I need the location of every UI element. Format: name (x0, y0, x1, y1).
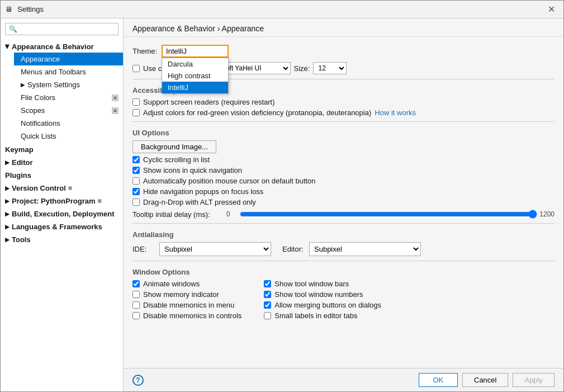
sidebar-item-menus-toolbars[interactable]: Menus and Toolbars (14, 65, 123, 78)
background-image-button[interactable]: Background Image... (132, 140, 216, 153)
tooltip-slider[interactable] (240, 210, 537, 219)
sidebar-item-file-colors[interactable]: File Colors ≡ (14, 91, 123, 104)
screen-reader-label[interactable]: Support screen readers (requires restart… (143, 98, 275, 106)
sidebar-group-label: Languages & Frameworks (12, 223, 102, 231)
disable-mnemonics-controls-label[interactable]: Disable mnemonics in controls (143, 311, 241, 320)
sidebar-group-label: Plugins (5, 171, 31, 180)
ide-aa-select[interactable]: Subpixel Greyscale None (159, 242, 271, 256)
animate-windows-label[interactable]: Animate windows (143, 280, 200, 288)
indicator-icon: ≡ (112, 95, 119, 101)
allow-merging-buttons-label[interactable]: Allow merging buttons on dialogs (274, 301, 381, 309)
show-tool-window-numbers-label[interactable]: Show tool window numbers (274, 290, 363, 299)
breadcrumb: Appearance & Behavior › Appearance (132, 24, 264, 33)
small-labels-row: Small labels in editor tabs (264, 311, 381, 320)
main-content: 🔍 ▶ Appearance & Behavior Appearance Men… (1, 18, 563, 391)
sidebar-group-keymap[interactable]: Keymap (1, 143, 123, 155)
how-it-works-link[interactable]: How it works (375, 108, 416, 117)
apply-button[interactable]: Apply (513, 373, 554, 387)
adjust-colors-label[interactable]: Adjust colors for red-green vision defic… (143, 108, 371, 117)
sidebar-group-appearance-behavior[interactable]: ▶ Appearance & Behavior (1, 40, 123, 53)
slider-max: 1200 (539, 210, 554, 218)
font-size-select[interactable]: 12 (313, 62, 347, 74)
main-panel: Appearance & Behavior › Appearance Theme… (124, 18, 563, 391)
sidebar-group-version-control[interactable]: ▶ Version Control ≡ (1, 181, 123, 194)
disable-mnemonics-controls-checkbox[interactable] (132, 312, 140, 319)
sidebar-item-appearance[interactable]: Appearance (14, 53, 123, 65)
use-custom-font-checkbox[interactable] (132, 65, 140, 72)
small-labels-checkbox[interactable] (264, 312, 271, 319)
chevron-icon: ▶ (5, 185, 10, 191)
animate-windows-checkbox[interactable] (132, 280, 140, 287)
show-tool-window-bars-label[interactable]: Show tool window bars (274, 280, 349, 288)
help-button[interactable]: ? (132, 375, 144, 386)
close-button[interactable]: ✕ (543, 2, 559, 17)
chevron-icon: ▶ (21, 82, 25, 88)
sidebar-group-editor[interactable]: ▶ Editor (1, 155, 123, 168)
tooltip-delay-label: Tooltip initial delay (ms): (132, 210, 222, 219)
sidebar-item-notifications[interactable]: Notifications (14, 117, 123, 130)
window-options-right: Show tool window bars Show tool window n… (264, 280, 381, 322)
drag-n-drop-checkbox[interactable] (132, 199, 140, 206)
cyclic-scrolling-label[interactable]: Cyclic scrolling in list (143, 155, 210, 164)
cyclic-scrolling-row: Cyclic scrolling in list (132, 155, 554, 164)
hide-nav-popups-label[interactable]: Hide navigation popups on focus loss (143, 187, 263, 196)
window-options-title: Window Options (132, 268, 554, 276)
adjust-colors-checkbox[interactable] (132, 109, 140, 116)
screen-reader-checkbox[interactable] (132, 98, 140, 106)
chevron-icon: ▶ (4, 45, 11, 49)
dropdown-option-intellij[interactable]: IntelliJ (162, 82, 228, 93)
slider-min: 0 (226, 210, 238, 218)
theme-dropdown-wrapper: Darcula High contrast IntelliJ Darcula H… (162, 45, 229, 58)
editor-aa-label: Editor: (282, 245, 305, 253)
cyclic-scrolling-checkbox[interactable] (132, 156, 140, 163)
search-input[interactable] (20, 25, 115, 33)
auto-mouse-checkbox[interactable] (132, 177, 140, 185)
show-tool-window-bars-checkbox[interactable] (264, 280, 271, 287)
editor-aa-select[interactable]: Subpixel Greyscale None (309, 242, 421, 256)
sidebar-item-system-settings[interactable]: ▶ System Settings (14, 78, 123, 91)
sidebar-item-label: Appearance (21, 55, 60, 63)
sidebar-group-label: Appearance & Behavior (12, 42, 94, 51)
show-icons-checkbox[interactable] (132, 167, 140, 174)
hide-nav-popups-checkbox[interactable] (132, 188, 140, 195)
show-icons-label[interactable]: Show icons in quick navigation (143, 166, 242, 174)
sidebar-group-build[interactable]: ▶ Build, Execution, Deployment (1, 207, 123, 220)
show-memory-label[interactable]: Show memory indicator (143, 290, 219, 299)
sidebar-group-label: Project: PythonProgram (12, 197, 96, 205)
sidebar-group-languages[interactable]: ▶ Languages & Frameworks (1, 220, 123, 233)
sidebar-group-project-python[interactable]: ▶ Project: PythonProgram ≡ (1, 194, 123, 207)
cancel-button[interactable]: Cancel (462, 373, 508, 387)
size-label: Size: (294, 64, 310, 73)
sidebar-group-tools[interactable]: ▶ Tools (1, 233, 123, 245)
disable-mnemonics-menu-label[interactable]: Disable mnemonics in menu (143, 301, 234, 309)
search-box[interactable]: 🔍 (5, 23, 119, 35)
screen-reader-row: Support screen readers (requires restart… (132, 98, 554, 106)
sidebar-item-quick-lists[interactable]: Quick Lists (14, 130, 123, 143)
dropdown-option-high-contrast[interactable]: High contrast (162, 70, 228, 82)
show-tool-window-numbers-checkbox[interactable] (264, 291, 271, 298)
window-title: Settings (17, 5, 543, 13)
chevron-icon: ▶ (5, 237, 10, 243)
ide-aa-row: IDE: Subpixel Greyscale None Editor: Sub… (132, 242, 554, 256)
disable-mnemonics-menu-checkbox[interactable] (132, 301, 140, 309)
indicator-icon: ≡ (68, 184, 73, 192)
sidebar-item-scopes[interactable]: Scopes ≡ (14, 104, 123, 117)
disable-mnemonics-menu-row: Disable mnemonics in menu (132, 301, 241, 309)
show-memory-checkbox[interactable] (132, 291, 140, 298)
auto-mouse-label[interactable]: Automatically position mouse cursor on d… (143, 177, 316, 185)
divider3 (132, 223, 554, 224)
sidebar-item-label: File Colors (21, 93, 55, 102)
divider2 (132, 121, 554, 122)
theme-select[interactable]: Darcula High contrast IntelliJ (162, 45, 229, 58)
theme-dropdown-menu: Darcula High contrast IntelliJ (162, 58, 229, 94)
sidebar-sub-appearance[interactable]: Appearance Menus and Toolbars ▶ System S… (1, 53, 123, 143)
ok-button[interactable]: OK (419, 373, 458, 387)
drag-n-drop-label[interactable]: Drag-n-Drop with ALT pressed only (143, 198, 256, 206)
chevron-icon: ▶ (5, 198, 10, 204)
dropdown-option-darcula[interactable]: Darcula (162, 58, 228, 70)
animate-windows-row: Animate windows (132, 280, 241, 288)
small-labels-label[interactable]: Small labels in editor tabs (274, 311, 357, 320)
allow-merging-buttons-checkbox[interactable] (264, 301, 271, 309)
sidebar-group-plugins[interactable]: Plugins (1, 168, 123, 181)
bg-image-row: Background Image... (132, 140, 554, 153)
